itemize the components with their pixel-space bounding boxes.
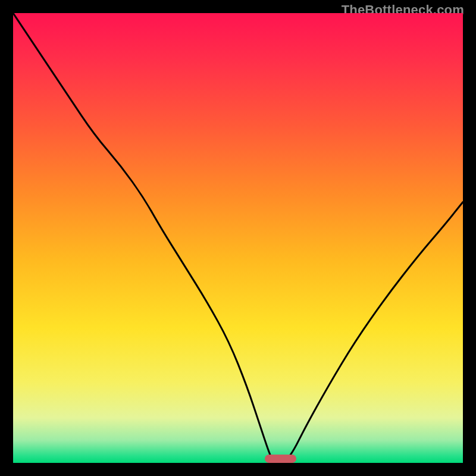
bottleneck-curve (13, 13, 463, 463)
plot-area (13, 13, 463, 463)
optimal-marker-pill (265, 455, 296, 463)
chart-frame: TheBottleneck.com (0, 0, 476, 476)
